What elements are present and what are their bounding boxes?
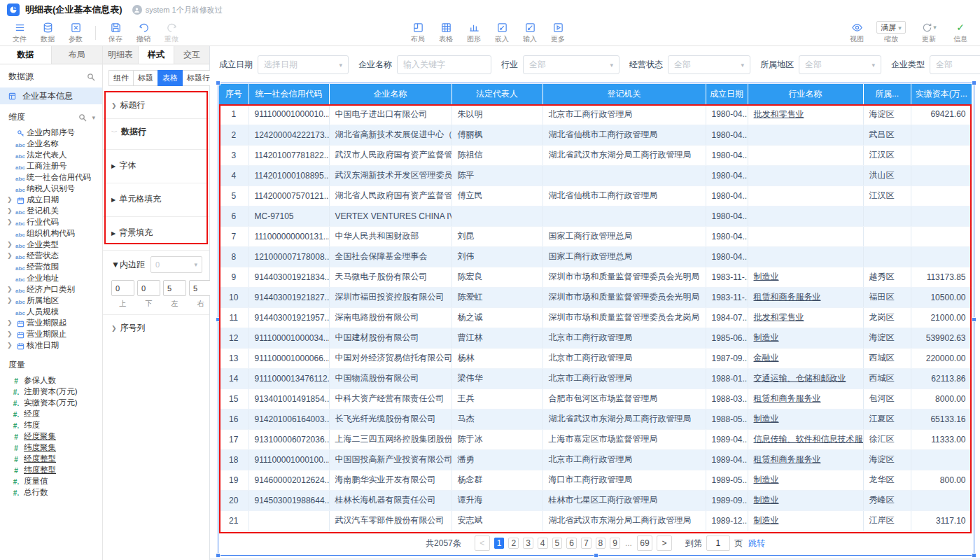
table-cell[interactable]: 中华人民共和国财政部 (329, 226, 451, 246)
table-cell[interactable]: 龙岗区 (863, 307, 911, 328)
table-cell[interactable]: 长飞光纤光缆股份有限公司 (329, 409, 451, 429)
table-cell[interactable]: 秀峰区 (863, 490, 911, 510)
table-cell[interactable]: 马杰 (451, 409, 542, 429)
measure-field[interactable]: #经度整型 (0, 453, 102, 464)
table-cell[interactable]: 洪山区 (863, 165, 911, 186)
expand-icon[interactable]: ❯ (7, 340, 13, 351)
table-cell[interactable] (748, 206, 863, 226)
zoom-dropdown[interactable]: 满屏 ▾ (876, 21, 906, 34)
table-cell[interactable] (451, 206, 542, 226)
table-cell[interactable]: 1 (219, 104, 248, 125)
table-cell[interactable]: 914201006164003... (248, 409, 329, 429)
selection-handle[interactable] (594, 553, 598, 558)
table-cell[interactable]: 1980-04... (706, 186, 748, 206)
table-cell[interactable]: 陈平 (451, 165, 542, 186)
column-header[interactable]: 登记机关 (542, 84, 706, 104)
table-cell[interactable]: 800.00 (911, 470, 972, 490)
expand-icon[interactable]: ❯ (7, 284, 13, 295)
table-cell[interactable]: 19 (219, 470, 248, 490)
table-cell[interactable]: 朱以明 (451, 104, 542, 125)
table-cell[interactable]: 深圳市市场和质量监督管理委员会光明局 (542, 287, 706, 307)
dimension-field[interactable]: ❯abc经营状态 (0, 250, 102, 261)
table-cell[interactable]: 交通运输、仓储和邮政业 (748, 368, 863, 388)
table-cell[interactable] (748, 226, 863, 246)
expand-icon[interactable]: ❯ (7, 194, 13, 205)
table-cell[interactable]: 2 (219, 125, 248, 145)
expand-icon[interactable]: ❯ (7, 328, 13, 340)
table-cell[interactable] (911, 206, 972, 226)
table-cell[interactable] (248, 510, 329, 531)
search-icon[interactable] (87, 73, 95, 81)
dimension-field[interactable]: ❯abc所属地区 (0, 295, 102, 306)
table-cell[interactable]: 傅立民 (451, 186, 542, 206)
input-button[interactable]: 输入 (516, 21, 544, 44)
expand-icon[interactable]: ❯ (7, 295, 13, 306)
table-cell[interactable]: 制造业 (748, 409, 863, 429)
table-cell[interactable] (911, 186, 972, 206)
table-cell[interactable]: 1988-05... (706, 409, 748, 429)
table-cell[interactable]: 傅丽枫 (451, 125, 542, 145)
table-cell[interactable]: 海淀区 (863, 328, 911, 348)
column-header[interactable]: 实缴资本(万... (911, 84, 972, 104)
table-cell[interactable]: 杨念群 (451, 470, 542, 490)
chart-button[interactable]: 图形 (460, 21, 488, 44)
data-button[interactable]: 数据 (34, 21, 62, 44)
dimension-field[interactable]: abc组织机构代码 (0, 227, 102, 239)
table-cell[interactable]: 1987-09... (706, 348, 748, 368)
tab-明细表[interactable]: 明细表 (103, 46, 139, 64)
file-button[interactable]: 文件 (6, 21, 34, 44)
save-button[interactable]: 保存 (102, 21, 130, 44)
table-cell[interactable]: 武汉汽车零部件股份有限公司 (329, 510, 451, 531)
table-cell[interactable]: 湖北省武汉市东湖分局工商行政管理局 (542, 510, 706, 531)
measure-field[interactable]: #.实缴资本(万元) (0, 397, 102, 408)
table-cell[interactable]: 海口市工商行政管理局 (542, 470, 706, 490)
selection-handle[interactable] (216, 80, 220, 85)
table-cell[interactable] (911, 490, 972, 510)
table-cell[interactable]: 65133.16 (911, 409, 972, 429)
table-cell[interactable]: 海南鹏华实业开发有限公司 (329, 470, 451, 490)
selection-handle[interactable] (972, 317, 976, 322)
embed-button[interactable]: 嵌入 (488, 21, 516, 44)
params-button[interactable]: 参数 (62, 21, 90, 44)
selection-handle[interactable] (972, 553, 976, 558)
expand-icon[interactable]: ❯ (7, 216, 13, 227)
tab-样式[interactable]: 样式 (139, 46, 174, 64)
table-cell[interactable]: 中科大资产经营有限责任公司 (329, 388, 451, 409)
page-button-7[interactable]: 7 (581, 538, 592, 549)
filter-select[interactable]: 全部▾ (668, 55, 750, 74)
layout-button[interactable]: 布局 (404, 21, 432, 44)
dimension-field[interactable]: ❯核准日期 (0, 340, 102, 351)
table-cell[interactable]: 中国电子进出口有限公司 (329, 104, 451, 125)
table-cell[interactable]: 9 (219, 267, 248, 287)
table-cell[interactable]: 陈宏良 (451, 267, 542, 287)
table-cell[interactable]: 批发和零售业 (748, 307, 863, 328)
table-cell[interactable]: 北京市工商行政管理局 (542, 328, 706, 348)
table-cell[interactable] (863, 246, 911, 267)
expand-icon[interactable]: ❯ (7, 317, 13, 328)
table-cell[interactable]: 武汉市人民政府国有资产监督管理委... (329, 145, 451, 165)
table-cell[interactable]: 江夏区 (863, 409, 911, 429)
table-cell[interactable]: 1989-12... (706, 510, 748, 531)
table-cell[interactable]: 16 (219, 409, 248, 429)
table-cell[interactable]: 上海二三四五网络控股集团股份有限... (329, 429, 451, 449)
table-cell[interactable] (748, 165, 863, 186)
section-bg-fill[interactable]: ▶背景填充 (103, 216, 209, 250)
zoom-control[interactable]: 满屏 ▾ 缩放 (871, 21, 911, 44)
jump-link[interactable]: 跳转 (748, 538, 765, 550)
table-cell[interactable]: 1989-04... (706, 429, 748, 449)
table-cell[interactable]: 113173.85 (911, 267, 972, 287)
dimension-field[interactable]: abc统一社会信用代码 (0, 172, 102, 183)
table-cell[interactable]: 124200004222173... (248, 125, 329, 145)
table-cell[interactable]: 深南电路股份有限公司 (329, 307, 451, 328)
table-cell[interactable]: 福田区 (863, 287, 911, 307)
table-cell[interactable]: 1989-04... (706, 449, 748, 470)
table-cell[interactable]: 911100001000034... (248, 328, 329, 348)
table-cell[interactable]: 中国对外经济贸易信托有限公司 (329, 348, 451, 368)
table-cell[interactable]: 北京市工商行政管理局 (542, 348, 706, 368)
table-cell[interactable]: 114201007781822... (248, 145, 329, 165)
redo-button[interactable]: 重做 (158, 21, 186, 44)
table-cell[interactable]: 7 (219, 226, 248, 246)
table-cell[interactable]: 梁伟华 (451, 368, 542, 388)
table-cell[interactable] (748, 186, 863, 206)
table-cell[interactable]: 3 (219, 145, 248, 165)
